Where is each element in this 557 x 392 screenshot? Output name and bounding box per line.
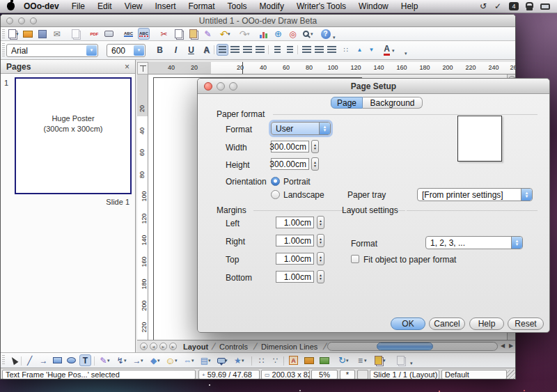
font-size-combo[interactable]: 600 ▼ [107, 44, 146, 57]
font-color-icon[interactable]: A [381, 44, 393, 56]
tab-background[interactable]: Background [363, 97, 423, 109]
margin-left-stepper[interactable]: ▲▼ [317, 216, 324, 229]
from-file-icon[interactable] [318, 354, 330, 366]
toolbar-overflow-icon[interactable]: ▾ [405, 51, 407, 56]
underline-button[interactable]: U [185, 44, 197, 56]
paper-tray-popup[interactable]: [From printer settings] ▲▼ [417, 188, 533, 201]
curve-dropdown-icon[interactable]: ▾ [107, 358, 110, 363]
margin-top-field[interactable]: 1.00cm [276, 253, 314, 265]
line-spacing-2-icon[interactable] [326, 44, 338, 56]
height-stepper[interactable]: ▲▼ [311, 157, 319, 171]
time-machine-icon[interactable]: ↺ [480, 1, 487, 11]
status-slide[interactable]: Slide 1 / 1 (Layout) [370, 370, 439, 379]
font-size-dropdown-icon[interactable]: ▼ [134, 45, 144, 56]
horizontal-ruler[interactable]: 40 20 20 40 60 80 100 120 140 160 180 20… [148, 62, 516, 75]
tab-dimension-lines[interactable]: Dimension Lines [257, 340, 322, 353]
tab-controls[interactable]: Controls [215, 340, 252, 353]
font-name-dropdown-icon[interactable]: ▼ [86, 45, 97, 56]
rectangle-tool-icon[interactable] [52, 354, 63, 366]
height-field[interactable]: 300.00cm [271, 158, 309, 170]
zoom-window-button[interactable] [30, 17, 37, 24]
line-spacing-1-icon[interactable] [301, 44, 313, 56]
close-panel-icon[interactable]: × [125, 62, 130, 72]
callouts-dropdown-icon[interactable]: ▾ [225, 358, 228, 363]
gallery-icon[interactable] [303, 354, 315, 366]
stars-dropdown-icon[interactable]: ▾ [242, 358, 244, 363]
window-titlebar[interactable]: Untitled 1 - OOo-dev Draw Beta [1, 15, 515, 27]
status-size[interactable]: ▭200.03 x 82 [261, 370, 310, 379]
edit-file-icon[interactable] [70, 28, 81, 40]
open-icon[interactable] [22, 28, 33, 40]
horizontal-scrollbar-thumb[interactable] [377, 343, 433, 350]
vertical-ruler[interactable]: 20 40 60 80 100 120 140 160 180 200 220 [137, 75, 148, 340]
bold-button[interactable]: B [154, 44, 166, 56]
menu-insert[interactable]: Insert [149, 1, 182, 11]
margin-left-field[interactable]: 1.00cm [276, 217, 314, 228]
demote-icon[interactable]: ▼ [366, 44, 377, 56]
margin-bottom-field[interactable]: 1.00cm [276, 271, 314, 283]
close-dialog-button[interactable] [204, 82, 212, 91]
menu-view[interactable]: View [118, 1, 149, 11]
dialog-titlebar[interactable]: Page Setup [198, 79, 549, 94]
cancel-button[interactable]: Cancel [429, 317, 465, 330]
tab-layout[interactable]: Layout [179, 340, 212, 353]
navigator-icon[interactable]: ◎ [287, 28, 299, 40]
basic-shapes-dropdown-icon[interactable]: ▾ [157, 358, 160, 363]
sync-check-icon[interactable]: ✓ [494, 1, 501, 11]
format-popup[interactable]: User ▲▼ [271, 122, 331, 135]
block-arrows-dropdown-icon[interactable]: ▾ [191, 358, 194, 363]
menu-writers-tools[interactable]: Writer's Tools [290, 1, 352, 11]
scroll-left-icon[interactable]: ◀ [501, 343, 505, 349]
tab-page[interactable]: Page [331, 97, 363, 109]
symbol-shapes-dropdown-icon[interactable]: ▾ [175, 358, 178, 363]
line-tool-icon[interactable]: ╱ [24, 354, 36, 366]
toolbar-grip[interactable] [2, 29, 5, 38]
help-button[interactable]: Help [469, 317, 504, 330]
close-window-button[interactable] [6, 17, 13, 24]
spellcheck-icon[interactable]: ABC [123, 28, 134, 40]
toolbar-overflow-icon[interactable]: ▾ [410, 361, 413, 366]
print-icon[interactable] [103, 28, 115, 40]
hyperlink-icon[interactable]: ⊕ [272, 28, 284, 40]
copy-icon[interactable] [173, 28, 185, 40]
slide-thumbnail[interactable]: Huge Poster (300cm x 300cm) [15, 77, 132, 194]
undo-dropdown-icon[interactable]: ▾ [228, 31, 230, 37]
help-icon[interactable]: ? [320, 28, 331, 40]
margin-top-stepper[interactable]: ▲▼ [317, 252, 324, 265]
status-zoom[interactable]: 5% [311, 370, 338, 379]
menu-file[interactable]: File [65, 1, 91, 11]
rotate-dropdown-icon[interactable]: ▾ [346, 358, 349, 363]
arrange-dropdown-icon[interactable]: ▾ [383, 358, 386, 363]
autospellcheck-icon[interactable]: ABC [138, 28, 150, 40]
email-icon[interactable]: ✉ [51, 28, 63, 40]
zoom-dropdown-icon[interactable]: ▾ [311, 31, 313, 37]
align-right-button[interactable] [242, 44, 253, 56]
promote-icon[interactable]: ▲ [354, 44, 366, 56]
displays-icon[interactable] [540, 3, 550, 10]
window-resize-grip[interactable] [507, 370, 516, 379]
scroll-right-icon[interactable]: ▶ [509, 343, 513, 349]
horizontal-scrollbar[interactable] [327, 342, 498, 351]
lock-icon[interactable] [526, 6, 533, 10]
flowchart-dropdown-icon[interactable]: ▾ [208, 358, 211, 363]
margin-right-stepper[interactable]: ▲▼ [317, 234, 324, 247]
toolbar-overflow-icon[interactable]: ▾ [333, 35, 336, 40]
save-icon[interactable] [36, 28, 48, 40]
fontwork-icon[interactable]: A [288, 354, 299, 366]
alignment-dropdown-icon[interactable]: ▾ [364, 358, 367, 363]
font-name-combo[interactable]: Arial ▼ [6, 44, 98, 57]
menu-app[interactable]: OOo-dev [17, 1, 65, 11]
landscape-radio[interactable] [271, 190, 280, 199]
status-position[interactable]: +59.69 / 47.68 [198, 370, 260, 379]
layout-format-popup[interactable]: 1, 2, 3, ... ▲▼ [425, 236, 523, 249]
italic-button[interactable]: I [170, 44, 182, 56]
fit-object-checkbox[interactable] [351, 255, 359, 263]
increase-spacing-icon[interactable] [272, 44, 283, 56]
clone-formatting-icon[interactable]: ✎ [202, 28, 214, 40]
lines-arrows-dropdown-icon[interactable]: ▾ [141, 358, 143, 363]
ellipse-tool-icon[interactable] [65, 354, 77, 366]
select-tool-icon[interactable] [8, 354, 19, 366]
margin-bottom-stepper[interactable]: ▲▼ [317, 270, 324, 283]
chart-icon[interactable] [258, 28, 269, 40]
decrease-spacing-icon[interactable] [284, 44, 296, 56]
